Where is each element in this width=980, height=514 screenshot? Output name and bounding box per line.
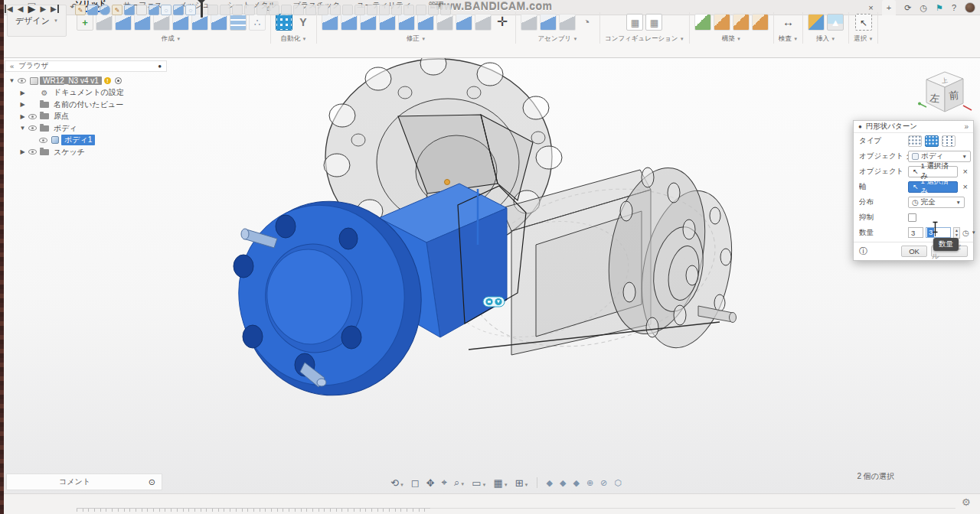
timeline-feature-suppressed[interactable] bbox=[354, 5, 365, 15]
timeline-feature-solid[interactable] bbox=[124, 5, 135, 15]
info-icon[interactable]: ⓘ bbox=[859, 246, 867, 257]
measure-icon[interactable]: ↔ bbox=[779, 14, 796, 31]
timeline-feature-suppressed[interactable] bbox=[391, 5, 402, 15]
ribbon-group-label-modify[interactable]: 修正 ▼ bbox=[407, 34, 426, 44]
quantity-stepper[interactable]: ▲▼ bbox=[953, 227, 960, 239]
visibility-toggle[interactable] bbox=[38, 138, 49, 143]
timeline-feature-suppressed[interactable] bbox=[403, 5, 414, 15]
new-tab-icon[interactable]: + bbox=[882, 0, 896, 15]
ribbon-group-label-configuration[interactable]: コンフィギュレーション ▼ bbox=[605, 34, 684, 44]
distribution-dropdown[interactable]: ◷ 完全 ▼ bbox=[908, 197, 965, 208]
ribbon-group-label-construct[interactable]: 構築 ▼ bbox=[722, 34, 741, 44]
timeline-feature-suppressed[interactable] bbox=[367, 5, 377, 15]
configuration-table-icon[interactable]: ▦ bbox=[645, 14, 662, 31]
timeline-feature-suppressed[interactable] bbox=[440, 5, 451, 15]
as-built-joint-icon[interactable] bbox=[559, 14, 576, 31]
notifications-icon[interactable]: ⚑ bbox=[936, 0, 943, 15]
expand-open-icon[interactable]: ▼ bbox=[18, 125, 27, 132]
timeline-feature-solid[interactable] bbox=[173, 5, 184, 15]
timeline-feature-suppressed[interactable] bbox=[207, 5, 218, 15]
timeline-feature-round[interactable] bbox=[100, 5, 110, 15]
timeline-feature-pattern[interactable] bbox=[161, 5, 172, 15]
circular-pattern-type-button[interactable] bbox=[925, 135, 939, 147]
move-copy-icon[interactable]: ✛ bbox=[494, 14, 511, 31]
go-to-start-button[interactable]: ◀ bbox=[5, 5, 13, 13]
timeline-feature-suppressed[interactable] bbox=[342, 5, 353, 15]
timeline-feature-suppressed[interactable] bbox=[318, 5, 328, 15]
timeline-feature-sketch[interactable] bbox=[112, 5, 122, 15]
insert-derive-icon[interactable] bbox=[808, 14, 825, 31]
viewports-icon[interactable]: ⊞▼ bbox=[515, 477, 529, 489]
suppress-checkbox[interactable] bbox=[908, 213, 916, 222]
visual-style-5-icon[interactable]: ⊘ bbox=[600, 478, 607, 488]
construction-axis-icon[interactable] bbox=[733, 14, 750, 31]
pan-icon[interactable]: ✥ bbox=[426, 477, 435, 489]
visibility-toggle[interactable] bbox=[27, 149, 38, 155]
look-at-icon[interactable]: ◻ bbox=[411, 477, 420, 489]
visual-style-6-icon[interactable]: ⬡ bbox=[614, 478, 622, 488]
new-component-icon[interactable] bbox=[521, 14, 537, 31]
visual-style-1-icon[interactable]: ◆ bbox=[546, 478, 552, 488]
visibility-toggle[interactable] bbox=[27, 125, 38, 131]
visibility-toggle[interactable] bbox=[27, 114, 38, 119]
browser-panel-header[interactable]: « ブラウザ ● bbox=[5, 60, 167, 72]
expand-closed-icon[interactable]: ▶ bbox=[18, 89, 27, 96]
joint-icon[interactable] bbox=[540, 14, 557, 31]
tree-item-名前の付いたビュー[interactable]: ▶名前の付いたビュー bbox=[5, 99, 167, 111]
ground-radio-icon[interactable] bbox=[115, 77, 122, 84]
timeline-ruler[interactable] bbox=[77, 508, 430, 512]
tree-item-原点[interactable]: ▶原点 bbox=[5, 111, 167, 123]
ribbon-group-label-automate[interactable]: 自動化 ▼ bbox=[281, 34, 307, 44]
ok-button[interactable]: OK bbox=[901, 246, 927, 257]
grid-and-snaps-icon[interactable]: ▦▼ bbox=[493, 477, 508, 489]
timeline-playhead[interactable] bbox=[201, 2, 203, 18]
tree-item-スケッチ[interactable]: ▶スケッチ bbox=[5, 146, 167, 158]
expand-closed-icon[interactable]: ▶ bbox=[18, 113, 27, 120]
display-settings-icon[interactable]: ▭▼ bbox=[472, 477, 486, 489]
user-avatar[interactable] bbox=[965, 2, 975, 13]
collapse-panel-icon[interactable]: « bbox=[10, 62, 14, 70]
dialog-title-bar[interactable]: ● 円形状パターン » bbox=[854, 121, 973, 133]
timeline-feature-suppressed[interactable] bbox=[379, 5, 390, 15]
panel-menu-icon[interactable]: ● bbox=[158, 63, 162, 70]
construction-point-icon[interactable] bbox=[752, 14, 769, 31]
step-back-button[interactable]: ◀ bbox=[18, 5, 24, 13]
extensions-icon[interactable]: ⟳ bbox=[904, 0, 911, 15]
timeline-feature-suppressed[interactable] bbox=[330, 5, 341, 15]
fit-icon[interactable]: ⌕▼ bbox=[454, 477, 465, 489]
expand-closed-icon[interactable]: ▶ bbox=[18, 148, 27, 155]
expression-dial-icon[interactable]: ◷ bbox=[962, 229, 969, 237]
ribbon-group-label-insert[interactable]: 挿入 ▼ bbox=[816, 34, 835, 44]
job-status-icon[interactable]: ◷ bbox=[920, 0, 927, 15]
offset-plane-icon[interactable] bbox=[694, 14, 711, 31]
timeline-feature-suppressed[interactable] bbox=[428, 5, 439, 15]
angled-plane-icon[interactable] bbox=[714, 14, 730, 31]
timeline-feature-solid[interactable] bbox=[87, 5, 98, 15]
timeline-settings-gear-icon[interactable]: ⚙ bbox=[962, 496, 971, 508]
view-cube[interactable]: 上 左 前 bbox=[914, 64, 978, 121]
orbit-icon[interactable]: ⟲▼ bbox=[390, 477, 404, 489]
visual-style-2-icon[interactable]: ◆ bbox=[560, 478, 566, 488]
motion-link-icon[interactable]: ◔ bbox=[578, 14, 595, 31]
zoom-icon[interactable]: ⌖ bbox=[442, 477, 447, 489]
expand-closed-icon[interactable]: ▶ bbox=[18, 101, 27, 108]
timeline-feature-suppressed[interactable] bbox=[281, 5, 292, 15]
timeline-feature-suppressed[interactable] bbox=[416, 5, 426, 15]
canvas-icon[interactable]: ▲ bbox=[827, 14, 844, 31]
tree-item-WR12_N3 v4 v1[interactable]: ▼WR12_N3 v4 v1! bbox=[5, 75, 167, 87]
step-forward-button[interactable]: ▶ bbox=[40, 5, 46, 13]
split-body-icon[interactable] bbox=[475, 14, 492, 31]
help-icon[interactable]: ? bbox=[952, 0, 956, 15]
object-type-dropdown[interactable]: ボディ ▼ bbox=[908, 151, 971, 162]
timeline-feature-suppressed[interactable] bbox=[293, 5, 304, 15]
visual-style-4-icon[interactable]: ⊕ bbox=[586, 478, 593, 488]
clear-axis-selection-icon[interactable]: × bbox=[963, 182, 968, 191]
timeline-feature-suppressed[interactable] bbox=[305, 5, 316, 15]
timeline-feature-suppressed[interactable] bbox=[256, 5, 267, 15]
path-pattern-type-button[interactable] bbox=[942, 135, 956, 147]
visibility-toggle[interactable] bbox=[16, 78, 28, 83]
tree-item-ドキュメントの設定[interactable]: ▶⚙ドキュメントの設定 bbox=[5, 87, 167, 99]
dialog-collapse-icon[interactable]: » bbox=[964, 122, 969, 131]
ribbon-group-label-create[interactable]: 作成 ▼ bbox=[162, 34, 181, 44]
timeline-feature-solid[interactable] bbox=[149, 5, 159, 15]
